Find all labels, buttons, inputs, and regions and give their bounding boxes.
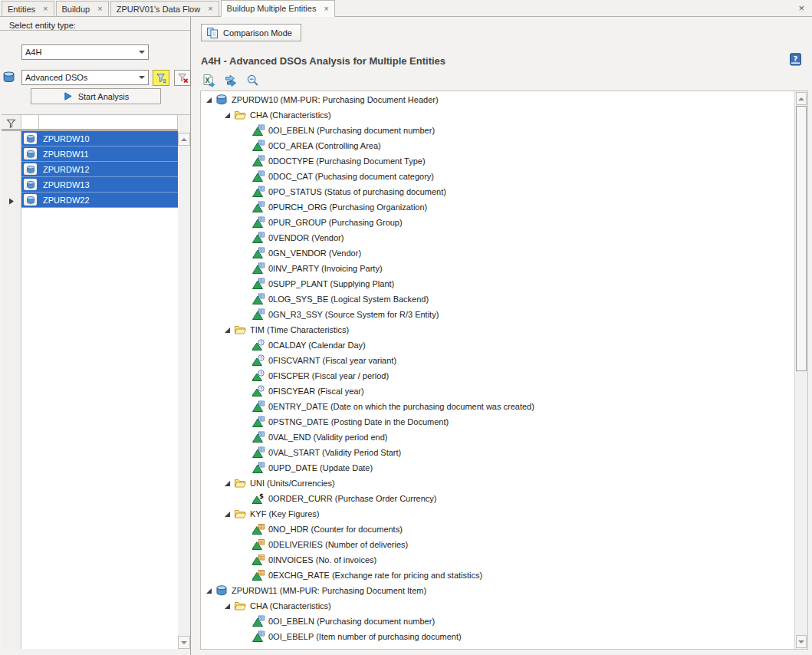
entity-row-zpurdw22[interactable]: ZPURDW22	[21, 193, 178, 208]
tree-node-0val_end[interactable]: 0VAL_END (Validity period end)	[201, 430, 794, 445]
tree-node-0fiscvarnt[interactable]: 0FISCVARNT (Fiscal year variant)	[201, 353, 794, 368]
tree-node-0order_curr[interactable]: $0ORDER_CURR (Purchase Order Currency)	[201, 491, 794, 506]
expander-icon[interactable]	[223, 481, 231, 486]
tree-node-0oi_ebeln[interactable]: 0OI_EBELN (Purchasing document number)	[201, 614, 794, 629]
tree-node-0fiscper[interactable]: 0FISCPER (Fiscal year / period)	[201, 368, 794, 383]
tree-node-0vendor[interactable]: 0VENDOR (Vendor)	[201, 230, 794, 245]
help-book-icon[interactable]: ?	[789, 53, 802, 66]
entity-type-select-value: Advanced DSOs	[25, 73, 87, 82]
expander-icon[interactable]	[205, 97, 212, 103]
tree-node-tim[interactable]: TIM (Time Characteristics)	[201, 322, 794, 337]
tree-node-0oi_ebelp[interactable]: 0OI_EBELP (Item number of purchasing doc…	[201, 629, 794, 644]
grid-header-row[interactable]	[21, 115, 178, 129]
grid-header-icon-column[interactable]	[21, 115, 39, 129]
tree-node-label: 0ENTRY_DATE (Date on which the purchasin…	[268, 402, 534, 411]
database-icon	[215, 94, 228, 106]
expander-icon[interactable]	[223, 604, 231, 609]
expander-icon[interactable]	[223, 512, 231, 517]
characteristic-icon	[252, 400, 265, 413]
tree-node-zpurdw10[interactable]: ZPURDW10 (MM-PUR: Purchasing Document He…	[201, 92, 794, 107]
expand-nodes-button[interactable]	[223, 73, 238, 88]
tree-node-0supp_plant[interactable]: 0SUPP_PLANT (Supplying Plant)	[201, 276, 794, 291]
start-analysis-button[interactable]: Start Analysis	[31, 88, 161, 104]
tree-node-0entry_date[interactable]: 0ENTRY_DATE (Date on which the purchasin…	[201, 399, 794, 414]
tree-node-0no_hdr[interactable]: 0NO_HDR (Counter for documents)	[201, 522, 794, 537]
key-figure-icon	[252, 523, 265, 535]
tree-node-label: 0VENDOR (Vendor)	[268, 233, 344, 242]
tree-node-0purch_org[interactable]: 0PURCH_ORG (Purchasing Organization)	[201, 199, 794, 215]
key-figure-icon	[252, 554, 265, 566]
tab-close-icon[interactable]: ×	[97, 5, 102, 13]
grid-scrollbar[interactable]	[178, 131, 190, 649]
arrow-up-icon	[798, 97, 804, 100]
tree-node-0pur_group[interactable]: 0PUR_GROUP (Purchasing Group)	[201, 215, 794, 230]
tree-node-0po_status[interactable]: 0PO_STATUS (Status of purchasing documen…	[201, 184, 794, 199]
expander-icon[interactable]	[223, 328, 231, 333]
open-folder-icon	[234, 324, 246, 336]
tree-node-0co_area[interactable]: 0CO_AREA (Controlling Area)	[201, 138, 794, 153]
export-to-excel-icon: X	[202, 74, 215, 87]
grid-header-name-column[interactable]	[39, 115, 178, 129]
tree-node-cha[interactable]: CHA (Characteristics)	[201, 107, 794, 123]
tree-node-label: 0PO_STATUS (Status of purchasing documen…	[268, 187, 446, 196]
tree-node-cha[interactable]: CHA (Characteristics)	[201, 598, 794, 614]
scroll-up-button[interactable]	[178, 133, 190, 146]
export-to-excel-button[interactable]: X	[201, 73, 216, 88]
tree-node-0fiscyear[interactable]: 0FISCYEAR (Fiscal year)	[201, 383, 794, 399]
play-icon	[63, 91, 73, 101]
tab-close-icon[interactable]: ×	[43, 5, 48, 13]
tree-node-zpurdw11[interactable]: ZPURDW11 (MM-PUR: Purchasing Document It…	[201, 583, 794, 598]
tree-node-0doc_cat[interactable]: 0DOC_CAT (Puchasing document category)	[201, 169, 794, 184]
tree-node-0invoices[interactable]: 0INVOICES (No. of invoices)	[201, 552, 794, 568]
entity-type-select[interactable]: Advanced DSOs	[21, 70, 149, 85]
tree-node-0log_sys_be[interactable]: 0LOG_SYS_BE (Logical System Backend)	[201, 291, 794, 307]
entity-row-zpurdw13[interactable]: ZPURDW13	[21, 177, 178, 193]
tree-node-0oi_ebeln[interactable]: 0OI_EBELN (Purchasing document number)	[201, 123, 794, 138]
entity-row-zpurdw12[interactable]: ZPURDW12	[21, 162, 178, 177]
tree-node-uni[interactable]: UNI (Units/Currencies)	[201, 476, 794, 491]
scrollbar-thumb[interactable]	[796, 106, 807, 371]
key-figure-icon	[252, 569, 265, 581]
scroll-down-button[interactable]	[796, 635, 807, 648]
tab-close-icon[interactable]: ×	[208, 5, 212, 13]
close-icon[interactable]: ×	[798, 3, 804, 13]
tab-close-icon[interactable]: ×	[324, 5, 328, 13]
tab-zpurv01-s-data-flow[interactable]: ZPURV01's Data Flow×	[110, 1, 219, 16]
comparison-mode-button[interactable]: Comparison Mode	[201, 24, 301, 41]
characteristic-icon	[252, 293, 265, 305]
tree-node-0pstng_date[interactable]: 0PSTNG_DATE (Posting Date in the Documen…	[201, 414, 794, 430]
expanded-triangle-icon	[225, 481, 230, 486]
tab-buildup-multiple-entities[interactable]: Buildup Multiple Entities×	[221, 0, 335, 17]
tree-node-0deliveries[interactable]: 0DELIVERIES (Number of deliveries)	[201, 537, 794, 552]
expanded-triangle-icon	[225, 512, 230, 517]
tree-node-0exchg_rate[interactable]: 0EXCHG_RATE (Exchange rate for pricing a…	[201, 568, 794, 583]
expander-icon[interactable]	[223, 113, 231, 118]
tree-node-0upd_date[interactable]: 0UPD_DATE (Update Date)	[201, 460, 794, 476]
time-characteristic-icon	[252, 385, 265, 397]
funnel-icon[interactable]	[6, 118, 16, 128]
tab-label: ZPURV01's Data Flow	[117, 5, 201, 14]
scroll-down-button[interactable]	[178, 636, 190, 649]
zoom-out-button[interactable]	[245, 73, 261, 88]
tree-scrollbar[interactable]	[794, 91, 807, 649]
clear-filter-button[interactable]	[174, 70, 191, 86]
expanded-triangle-icon	[206, 588, 212, 594]
tree-node-0gn_vendor[interactable]: 0GN_VENDOR (Vendor)	[201, 245, 794, 261]
tree-node-0doctype[interactable]: 0DOCTYPE (Purchasing Document Type)	[201, 153, 794, 169]
tab-entities[interactable]: Entities×	[2, 1, 54, 16]
tree-node-0inv_party[interactable]: 0INV_PARTY (Invoicing Party)	[201, 261, 794, 276]
clear-filter-icon	[177, 72, 189, 84]
tab-buildup[interactable]: Buildup×	[56, 1, 109, 16]
filter-button[interactable]	[153, 70, 169, 86]
entity-row-zpurdw10[interactable]: ZPURDW10	[21, 131, 178, 146]
system-select[interactable]: A4H	[21, 44, 149, 60]
tree-node-0val_start[interactable]: 0VAL_START (Validity Period Start)	[201, 445, 794, 460]
tree-node-0gn_r3_ssy[interactable]: 0GN_R3_SSY (Source System for R/3 Entity…	[201, 307, 794, 322]
tree-node-0calday[interactable]: 0CALDAY (Calendar Day)	[201, 337, 794, 353]
expander-icon[interactable]	[205, 588, 212, 594]
entity-row-zpurdw11[interactable]: ZPURDW11	[21, 146, 178, 162]
characteristic-icon	[252, 431, 265, 443]
scroll-up-button[interactable]	[796, 92, 807, 105]
analysis-page: Comparison Mode A4H - Advanced DSOs Anal…	[192, 17, 812, 655]
tree-node-kyf[interactable]: KYF (Key Figures)	[201, 506, 794, 522]
